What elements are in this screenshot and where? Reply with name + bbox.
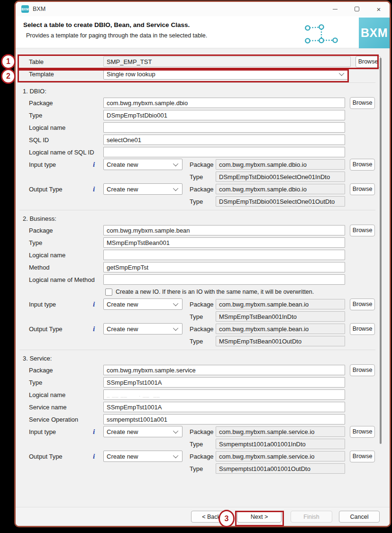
minimize-button[interactable] — [324, 2, 346, 16]
business-input-mode-dropdown[interactable]: Create new — [103, 298, 182, 310]
service-input-package-field[interactable] — [216, 426, 345, 437]
service-operation-label: Service Operation — [29, 416, 103, 423]
section-divider — [19, 210, 375, 210]
info-icon: i — [93, 300, 103, 308]
business-package-field[interactable] — [103, 225, 345, 235]
service-input-type-row: Input type i Create new Package Browse — [16, 426, 390, 437]
dbio-output-package-label: Package — [190, 186, 216, 193]
app-icon: BXM — [21, 5, 29, 13]
chevron-down-icon — [339, 71, 344, 76]
service-input-browse-button[interactable]: Browse — [350, 426, 375, 438]
minimize-icon — [333, 9, 337, 9]
dbio-logical-name-field[interactable] — [103, 122, 345, 133]
dbio-type-field[interactable] — [103, 110, 345, 120]
table-browse-button[interactable]: Browse — [356, 56, 381, 68]
dbio-output-browse-button[interactable]: Browse — [350, 183, 375, 195]
business-type-field[interactable] — [103, 237, 345, 248]
dbio-package-label: Package — [29, 99, 103, 107]
dbio-output-package-field[interactable] — [216, 184, 345, 194]
business-input-type-label: Input type — [29, 301, 93, 308]
business-package-label: Package — [29, 227, 103, 234]
vertical-scrollbar[interactable] — [380, 58, 382, 444]
dbio-output-type-row: Output Type i Create new Package Browse — [16, 183, 390, 195]
business-output-dto-field[interactable] — [216, 336, 345, 346]
business-package-browse-button[interactable]: Browse — [350, 225, 375, 236]
title-bar: BXM BXM × — [16, 2, 390, 16]
service-logical-name-field[interactable] — [103, 389, 345, 400]
business-logical-name-field[interactable] — [103, 250, 345, 260]
service-type-field[interactable] — [103, 377, 345, 388]
dbio-sql-id-row: SQL ID — [16, 134, 390, 145]
maximize-button[interactable] — [346, 2, 368, 16]
dbio-package-field[interactable] — [103, 98, 345, 108]
maximize-icon — [355, 7, 359, 11]
business-input-browse-button[interactable]: Browse — [350, 298, 375, 310]
business-type-row: Type — [16, 237, 390, 248]
service-input-dto-row: Type — [16, 438, 390, 450]
business-output-package-field[interactable] — [216, 324, 345, 334]
dbio-output-dto-field[interactable] — [216, 196, 345, 207]
dbio-input-mode-dropdown[interactable]: Create new — [103, 159, 182, 170]
service-output-dto-field[interactable] — [216, 463, 345, 474]
node-diagram-icon — [304, 23, 338, 47]
service-package-browse-button[interactable]: Browse — [350, 364, 375, 376]
service-input-dto-field[interactable] — [216, 439, 345, 449]
service-output-dto-label: Type — [190, 465, 216, 472]
service-output-type-label: Output Type — [29, 453, 93, 460]
dbio-input-dto-field[interactable] — [216, 172, 345, 182]
business-output-browse-button[interactable]: Browse — [350, 323, 375, 335]
business-input-package-field[interactable] — [216, 299, 345, 309]
chevron-down-icon — [173, 428, 178, 434]
service-output-package-label: Package — [190, 453, 216, 460]
bxm-logo: BXM — [359, 18, 390, 48]
dbio-input-package-field[interactable] — [216, 159, 345, 170]
business-input-mode-value: Create new — [107, 301, 138, 308]
service-output-mode-dropdown[interactable]: Create new — [103, 451, 182, 462]
business-method-field[interactable] — [103, 262, 345, 272]
business-method-label: Method — [29, 264, 103, 271]
close-button[interactable]: × — [368, 2, 390, 16]
finish-button[interactable]: Finish — [291, 511, 332, 523]
service-output-package-field[interactable] — [216, 451, 345, 461]
business-input-type-row: Input type i Create new Package Browse — [16, 298, 390, 310]
dbio-logical-sql-id-field[interactable] — [103, 147, 345, 157]
business-output-dto-row: Type — [16, 335, 390, 347]
business-output-type-row: Output Type i Create new Package Browse — [16, 323, 390, 334]
next-button[interactable]: Next > — [237, 511, 282, 523]
service-type-label: Type — [29, 379, 103, 386]
template-dropdown[interactable]: Single row lookup — [103, 68, 348, 80]
back-button[interactable]: < Back — [191, 511, 231, 523]
service-name-label: Service name — [29, 404, 103, 411]
template-dropdown-value: Single row lookup — [107, 71, 155, 78]
service-package-field[interactable] — [103, 365, 345, 375]
chevron-down-icon — [173, 453, 178, 458]
business-input-dto-field[interactable] — [216, 311, 345, 322]
table-field[interactable] — [103, 56, 351, 67]
wizard-form: Table Browse Template Single row lookup … — [16, 47, 390, 507]
dbio-sql-id-field[interactable] — [103, 135, 345, 145]
business-logical-method-field[interactable] — [103, 274, 345, 285]
info-icon: i — [93, 325, 103, 333]
service-name-field[interactable] — [103, 402, 345, 412]
create-io-checkbox[interactable] — [105, 289, 112, 296]
service-output-browse-button[interactable]: Browse — [350, 451, 375, 462]
business-output-mode-dropdown[interactable]: Create new — [103, 323, 182, 334]
dbio-output-mode-dropdown[interactable]: Create new — [103, 183, 182, 195]
dbio-input-browse-button[interactable]: Browse — [350, 159, 375, 171]
service-logical-name-row: Logical name — [16, 389, 390, 400]
dbio-output-type-label: Output Type — [29, 186, 93, 193]
service-operation-field[interactable] — [103, 414, 345, 425]
dbio-package-browse-button[interactable]: Browse — [350, 97, 375, 109]
dbio-type-row: Type — [16, 109, 390, 121]
business-section-title: 2. Business: — [16, 213, 390, 224]
close-icon: × — [377, 6, 381, 13]
business-logical-method-label: Logical name of Method — [29, 276, 103, 283]
business-logical-name-label: Logical name — [29, 252, 103, 259]
cancel-button[interactable]: Cancel — [339, 511, 380, 523]
service-section-title: 3. Service: — [16, 353, 390, 363]
business-input-package-label: Package — [190, 301, 216, 308]
service-input-mode-dropdown[interactable]: Create new — [103, 426, 182, 437]
dbio-input-package-label: Package — [190, 161, 216, 168]
service-package-row: Package Browse — [16, 364, 390, 376]
dbio-logical-name-label: Logical name — [29, 124, 103, 131]
